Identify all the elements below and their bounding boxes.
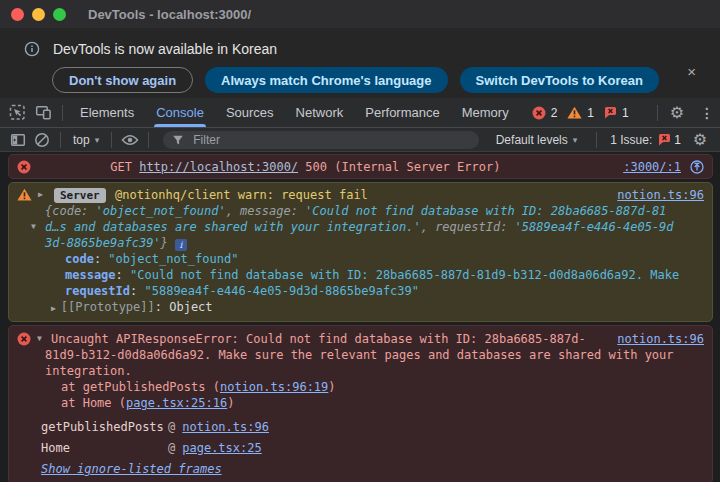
more-options-icon[interactable]: ⋮ xyxy=(700,105,714,121)
issues-label[interactable]: 1 Issue: xyxy=(610,133,652,147)
stack-frame: at getPublishedPosts (notion.ts:96:19) xyxy=(9,379,712,395)
tab-console[interactable]: Console xyxy=(145,98,215,127)
title-bar: DevTools - localhost:3000/ xyxy=(0,0,720,28)
property-value: "object_not_found" xyxy=(108,252,238,266)
collapse-arrow-icon[interactable]: ▼ xyxy=(31,219,41,235)
preview-string: 'Could not find database with ID: 28ba66… xyxy=(305,204,666,218)
log-levels-selector[interactable]: Default levels ▾ xyxy=(490,133,584,147)
console-message-network-error: GET http://localhost:3000/ 500 (Internal… xyxy=(8,154,713,179)
match-language-button[interactable]: Always match Chrome's language xyxy=(205,67,447,93)
toolbar-issues-count: 1 xyxy=(674,133,681,147)
message-source-link[interactable]: :3000/:1 xyxy=(623,160,681,174)
error-text-line: 81d9-b312-d0d8a06d6a92. Make sure the re… xyxy=(9,347,712,363)
anchor-link[interactable]: notion.ts:96 xyxy=(182,420,269,434)
filter-input[interactable] xyxy=(191,132,470,148)
request-url-link[interactable]: http://localhost:3000/ xyxy=(139,160,298,174)
stack-frame-text: at Home ( xyxy=(61,396,126,410)
infobar-message: DevTools is now available in Korean xyxy=(53,41,277,57)
property-value: "5889ea4f-e446-4e05-9d3d-8865be9afc39" xyxy=(144,284,419,298)
property-value: "Could not find database with ID: 28ba66… xyxy=(130,268,679,282)
request-method: GET xyxy=(110,160,139,174)
preview-key: {code: xyxy=(45,204,96,218)
error-circle-icon xyxy=(17,160,31,174)
info-icon xyxy=(24,41,40,57)
log-levels-label: Default levels xyxy=(496,133,568,147)
infobar-close-icon[interactable]: × xyxy=(687,64,696,79)
divider xyxy=(111,132,112,148)
reveal-in-network-icon[interactable] xyxy=(690,160,704,174)
tab-network[interactable]: Network xyxy=(285,98,355,127)
object-preview-line: ▼d…s and databases are shared with your … xyxy=(9,219,712,235)
devtools-window: DevTools - localhost:3000/ DevTools is n… xyxy=(0,0,720,482)
error-count: 2 xyxy=(551,106,558,120)
console-sidebar-icon[interactable] xyxy=(6,129,30,151)
window-title: DevTools - localhost:3000/ xyxy=(88,7,251,22)
tab-performance[interactable]: Performance xyxy=(354,98,450,127)
prototype-value: Object xyxy=(169,300,212,314)
info-chip-icon[interactable]: i xyxy=(175,239,187,251)
error-circle-icon xyxy=(17,332,31,346)
preview-string: '5889ea4f-e446-4e05-9d xyxy=(515,220,674,234)
object-property: message: "Could not find database with I… xyxy=(9,267,712,283)
switch-korean-button[interactable]: Switch DevTools to Korean xyxy=(460,67,659,93)
filter-box[interactable] xyxy=(163,131,479,149)
stack-frame-link[interactable]: notion.ts:96:19 xyxy=(220,380,328,394)
live-expression-eye-icon[interactable] xyxy=(118,129,142,151)
stack-anchor: Home @ page.tsx:25 xyxy=(9,437,712,458)
context-selector[interactable]: top ▾ xyxy=(67,133,105,147)
message-source-link[interactable]: notion.ts:96 xyxy=(617,331,704,347)
preview-string: 3d-8865be9afc39' xyxy=(45,236,161,250)
preview-key: , message: xyxy=(226,204,305,218)
close-window-button[interactable] xyxy=(11,8,24,21)
status-badges[interactable]: 2 1 1 xyxy=(532,106,634,120)
tab-memory[interactable]: Memory xyxy=(451,98,520,127)
stack-frame-text: at getPublishedPosts ( xyxy=(61,380,220,394)
warning-count: 1 xyxy=(587,106,594,120)
error-text-line: Uncaught APIResponseError: Could not fin… xyxy=(51,331,586,347)
expand-arrow-icon[interactable]: ▶ xyxy=(51,304,56,313)
device-toolbar-icon[interactable] xyxy=(30,100,56,126)
anchor-function: getPublishedPosts xyxy=(41,420,168,434)
console-message-warning: ▶ Server @notionhq/client warn: request … xyxy=(8,182,713,322)
minimize-window-button[interactable] xyxy=(32,8,45,21)
object-property: requestId: "5889ea4f-e446-4e05-9d3d-8865… xyxy=(9,283,712,299)
preview-brace: } xyxy=(161,236,168,250)
divider xyxy=(60,132,61,148)
object-preview-line: {code: 'object_not_found', message: 'Cou… xyxy=(9,203,712,219)
tab-sources[interactable]: Sources xyxy=(215,98,285,127)
issues-count: 1 xyxy=(622,106,629,120)
chevron-down-icon: ▾ xyxy=(95,135,100,145)
tab-elements[interactable]: Elements xyxy=(69,98,145,127)
collapse-arrow-icon[interactable]: ▼ xyxy=(37,331,45,347)
dont-show-again-button[interactable]: Don't show again xyxy=(52,67,193,93)
filter-funnel-icon xyxy=(172,134,184,146)
divider xyxy=(657,105,658,121)
console-settings-gear-icon[interactable]: ⚙ xyxy=(688,129,712,151)
settings-gear-icon[interactable]: ⚙ xyxy=(664,100,690,126)
stack-frame-text: ) xyxy=(328,380,335,394)
stack-frame-link[interactable]: page.tsx:25:16 xyxy=(126,396,227,410)
maximize-window-button[interactable] xyxy=(53,8,66,21)
divider xyxy=(596,132,597,148)
language-infobar: DevTools is now available in Korean Don'… xyxy=(0,28,720,98)
divider xyxy=(62,105,63,121)
divider xyxy=(148,132,149,148)
stack-anchors: getPublishedPosts @ notion.ts:96 Home @ … xyxy=(9,416,712,458)
anchor-at: @ xyxy=(168,441,175,455)
prototype-row[interactable]: ▶[[Prototype]]: Object xyxy=(9,299,712,321)
anchor-function: Home xyxy=(41,441,168,455)
prototype-key: [[Prototype]] xyxy=(61,300,155,314)
toolbar-issues-icon[interactable] xyxy=(658,133,671,146)
error-count-icon xyxy=(532,106,546,120)
warning-text: @notionhq/client warn: request fail xyxy=(108,187,368,203)
inspect-element-icon[interactable] xyxy=(4,100,30,126)
property-sep: : xyxy=(116,268,130,282)
anchor-link[interactable]: page.tsx:25 xyxy=(182,441,261,455)
warning-triangle-icon xyxy=(17,188,32,201)
message-source-link[interactable]: notion.ts:96 xyxy=(617,187,704,203)
property-sep: : xyxy=(94,252,108,266)
expand-arrow-icon[interactable]: ▶ xyxy=(38,187,48,203)
clear-console-icon[interactable] xyxy=(30,129,54,151)
preview-key: , requestId: xyxy=(421,220,515,234)
show-ignore-listed-frames-link[interactable]: Show ignore-listed frames xyxy=(41,462,222,476)
